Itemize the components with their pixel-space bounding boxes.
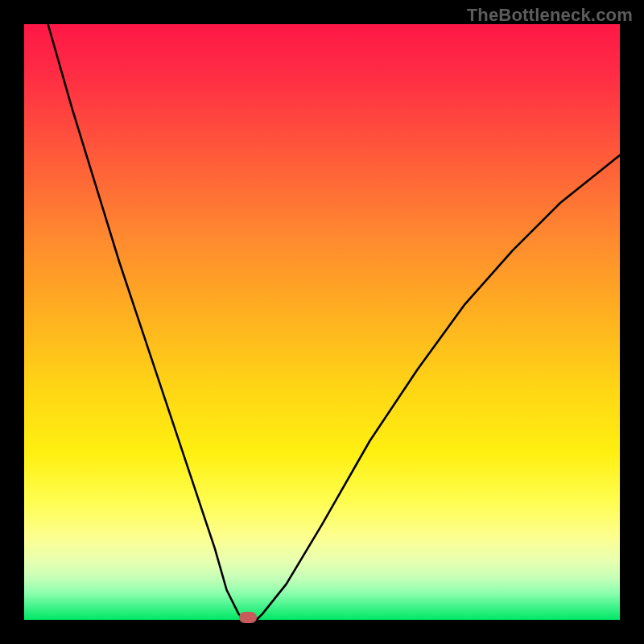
optimum-marker xyxy=(239,612,257,623)
bottleneck-curve xyxy=(24,24,620,620)
chart-frame: TheBottleneck.com xyxy=(0,0,644,644)
plot-area xyxy=(24,24,620,620)
curve-path xyxy=(48,24,620,620)
watermark-text: TheBottleneck.com xyxy=(467,5,633,26)
